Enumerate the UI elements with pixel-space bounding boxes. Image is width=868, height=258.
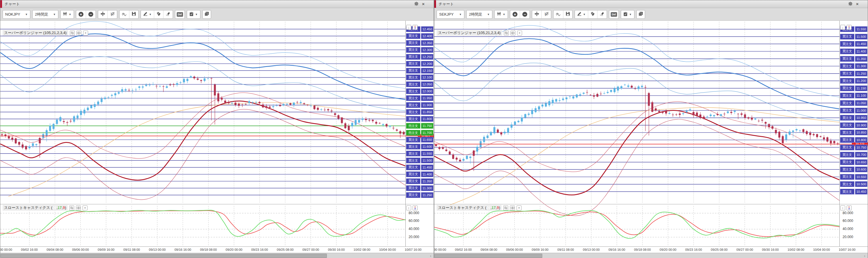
indicator-visibility-button[interactable]	[510, 205, 515, 211]
scroll-right-arrow[interactable]: ›	[429, 254, 433, 258]
order-badge[interactable]: 買注文10.950	[840, 115, 867, 121]
timeframe-select[interactable]: 2時間足▼	[32, 10, 58, 19]
layers-button[interactable]	[203, 10, 211, 19]
order-badge[interactable]: 買注文11.050	[840, 100, 867, 106]
timeframe-select[interactable]: 2時間足▼	[466, 10, 492, 19]
horizontal-scrollbar[interactable]: ›	[0, 253, 434, 258]
order-badge[interactable]: 買注文12.350	[406, 40, 433, 46]
order-badge[interactable]: 買注文11.850	[406, 109, 433, 115]
order-badge[interactable]: 買注文11.900	[406, 102, 433, 108]
order-badge[interactable]: 買注文11.950	[406, 95, 433, 101]
chart-type-select[interactable]: ▼	[494, 10, 508, 19]
order-badge[interactable]: 買注文10.500	[840, 181, 867, 187]
indicator-close-button[interactable]: ×	[83, 205, 88, 211]
crosshair-toggle-button[interactable]	[120, 10, 129, 19]
order-badge[interactable]: 買注文12.200	[406, 61, 433, 67]
zoom-out-button[interactable]: −	[86, 10, 96, 19]
order-badge[interactable]: 買注文11.100	[840, 93, 867, 98]
order-badge[interactable]: 買注文11.350	[840, 56, 867, 62]
chart-type-select[interactable]: ▼	[60, 10, 74, 19]
order-badge[interactable]: 買注文11.500	[406, 158, 433, 163]
order-panel-button[interactable]: ▼	[621, 10, 634, 19]
order-badge[interactable]: 買注文11.400	[840, 49, 867, 54]
zoom-out-button[interactable]: −	[520, 10, 530, 19]
eraser-all-button[interactable]	[597, 10, 607, 19]
order-badge[interactable]: 買注文11.250	[406, 192, 433, 198]
order-badge[interactable]: 買注文11.600	[406, 144, 433, 150]
order-badge[interactable]: 買注文11.450	[840, 41, 867, 47]
scroll-price-up-button[interactable]: ↑	[406, 205, 411, 211]
order-badge[interactable]: 買注文11.400	[406, 171, 433, 177]
delete-drawings-button[interactable]: Del	[175, 10, 185, 19]
scroll-price-down-button[interactable]: ↓	[406, 25, 411, 30]
order-badge[interactable]: 買注文10.850	[840, 130, 867, 135]
order-badge[interactable]: 買注文10.550	[840, 174, 867, 180]
order-badge[interactable]: 買注文10.900	[840, 122, 867, 128]
order-badge[interactable]: 買注文11.300	[840, 63, 867, 69]
close-icon[interactable]: ×	[855, 1, 860, 6]
indicator-settings-button[interactable]	[70, 31, 75, 35]
scroll-price-down-button[interactable]: ↓	[840, 25, 845, 30]
indicator-close-button[interactable]: ×	[83, 31, 88, 35]
order-mini-badge-button[interactable]: 売買	[413, 205, 417, 211]
order-badge[interactable]: 買注文11.150	[840, 86, 867, 91]
order-badge[interactable]: 買注文12.100	[406, 74, 433, 80]
order-badge[interactable]: 買注文11.000	[840, 108, 867, 114]
eraser-all-button[interactable]	[163, 10, 173, 19]
zoom-in-button[interactable]: +	[76, 10, 86, 19]
order-badge[interactable]: 買注文11.450	[406, 164, 433, 170]
scroll-right-arrow[interactable]: ›	[863, 254, 867, 258]
order-badge[interactable]: 売注文11.750	[406, 123, 433, 129]
eraser-button[interactable]	[154, 10, 163, 19]
order-badge[interactable]: 買注文10.700	[840, 152, 867, 158]
order-badge[interactable]: 買注文10.800	[840, 137, 867, 143]
order-badge[interactable]: 買注文12.000	[406, 88, 433, 94]
scrollbar-thumb[interactable]	[435, 254, 542, 258]
order-badge[interactable]: 買注文11.650	[406, 137, 433, 142]
order-mini-badge-button[interactable]: 売買	[847, 25, 851, 30]
indicator-visibility-button[interactable]	[510, 31, 516, 35]
delete-drawings-button[interactable]: Del	[609, 10, 619, 19]
scale-button[interactable]: 1	[107, 10, 117, 19]
zoom-in-button[interactable]: +	[510, 10, 520, 19]
order-badge[interactable]: 買注文10.600	[840, 166, 867, 172]
indicator-close-button[interactable]: ×	[517, 31, 522, 35]
indicator-visibility-button[interactable]	[76, 205, 81, 211]
order-badge[interactable]: 買注文10.650	[840, 159, 867, 165]
layers-button[interactable]	[637, 10, 645, 19]
order-badge[interactable]: 買注文10.750	[840, 144, 867, 150]
order-badge[interactable]: 買注文11.500	[840, 34, 867, 39]
draw-tool-button[interactable]: ▼	[141, 10, 154, 19]
eraser-button[interactable]	[588, 10, 597, 19]
gear-icon[interactable]	[414, 1, 419, 6]
close-icon[interactable]: ×	[421, 1, 426, 6]
indicator-settings-button[interactable]	[504, 31, 509, 35]
order-badge[interactable]: 買注文12.250	[406, 54, 433, 60]
order-badge[interactable]: 買注文10.450	[840, 189, 867, 194]
order-badge[interactable]: 買注文12.400	[406, 33, 433, 39]
pair-select[interactable]: NOKJPY▼	[3, 10, 30, 19]
pair-select[interactable]: SEKJPY▼	[437, 10, 464, 19]
scrollbar-thumb[interactable]	[1, 254, 327, 258]
pan-button[interactable]	[98, 10, 107, 19]
draw-tool-button[interactable]: ▼	[575, 10, 588, 19]
order-badge[interactable]: 買注文11.800	[406, 116, 433, 122]
order-badge[interactable]: 買注文12.300	[406, 47, 433, 53]
indicator-settings-button[interactable]	[69, 205, 74, 211]
order-badge[interactable]: 買注文11.350	[406, 179, 433, 184]
horizontal-scrollbar[interactable]: ›	[434, 253, 868, 258]
indicator-visibility-button[interactable]	[76, 31, 82, 35]
order-badge[interactable]: 買注文12.150	[406, 68, 433, 73]
order-badge[interactable]: 買注文11.550	[406, 151, 433, 156]
pan-button[interactable]	[532, 10, 541, 19]
order-badge[interactable]: 買注文12.050	[406, 82, 433, 87]
indicator-close-button[interactable]: ×	[517, 205, 522, 211]
save-button[interactable]	[129, 10, 138, 19]
indicator-settings-button[interactable]	[503, 205, 508, 211]
gear-icon[interactable]	[848, 1, 853, 6]
order-mini-badge-button[interactable]: 売買	[413, 25, 417, 30]
order-panel-button[interactable]: ▼	[187, 10, 200, 19]
order-badge[interactable]: 買注文11.300	[406, 185, 433, 191]
save-button[interactable]	[563, 10, 572, 19]
order-badge[interactable]: 買注文11.250	[840, 71, 867, 76]
